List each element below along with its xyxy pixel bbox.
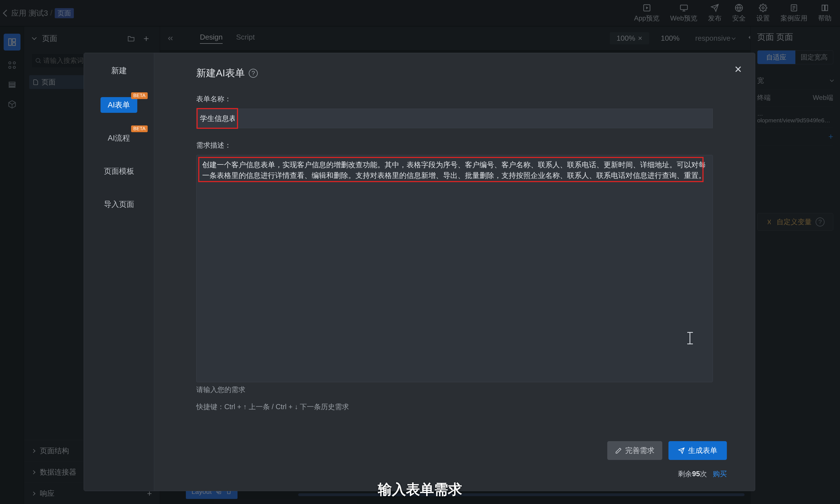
edit-icon <box>615 447 622 454</box>
remaining-count: 剩余95次 购买 <box>678 469 727 479</box>
desc-placeholder-hint: 请输入您的需求 <box>196 385 727 394</box>
refine-button[interactable]: 完善需求 <box>607 441 662 460</box>
sidebar-item-ai-form[interactable]: AI表单 BETA <box>84 88 154 122</box>
desc-label: 需求描述： <box>196 141 727 150</box>
close-icon[interactable]: ✕ <box>734 64 742 75</box>
generate-button[interactable]: 生成表单 <box>668 441 727 460</box>
beta-badge: BETA <box>131 125 148 132</box>
form-name-highlight <box>197 108 238 129</box>
sidebar-item-ai-flow[interactable]: AI流程 BETA <box>84 122 154 155</box>
shortcut-hint: 快捷键：Ctrl + ↑ 上一条 / Ctrl + ↓ 下一条历史需求 <box>196 402 727 411</box>
desc-textarea-wrapper: 创建一个客户信息表单，实现客户信息的增删改查功能。其中，表格字段为序号、客户编号… <box>196 155 713 382</box>
form-name-input[interactable] <box>198 109 237 128</box>
modal-sidebar: 新建 AI表单 BETA AI流程 BETA 页面模板 导入页面 <box>84 53 154 491</box>
send-icon <box>678 447 685 454</box>
beta-badge: BETA <box>131 92 148 99</box>
desc-textarea[interactable]: 创建一个客户信息表单，实现客户信息的增删改查功能。其中，表格字段为序号、客户编号… <box>197 155 713 185</box>
overlay-caption: 输入表单需求 <box>378 480 462 499</box>
sidebar-item-page-template[interactable]: 页面模板 <box>84 155 154 188</box>
modal-title: 新建AI表单 ? <box>196 67 727 80</box>
form-name-row <box>196 109 713 128</box>
modal-sidebar-title: 新建 <box>84 53 154 88</box>
buy-link[interactable]: 购买 <box>713 470 727 478</box>
form-name-label: 表单名称： <box>196 94 727 104</box>
modal-main: ✕ 新建AI表单 ? 表单名称： 需求描述： 创建一个客户信息表单，实现客户信息… <box>154 53 755 491</box>
text-cursor-icon <box>690 332 691 344</box>
help-icon[interactable]: ? <box>249 69 258 78</box>
create-modal: 新建 AI表单 BETA AI流程 BETA 页面模板 导入页面 ✕ 新建AI表… <box>84 53 755 491</box>
sidebar-item-import-page[interactable]: 导入页面 <box>84 188 154 221</box>
